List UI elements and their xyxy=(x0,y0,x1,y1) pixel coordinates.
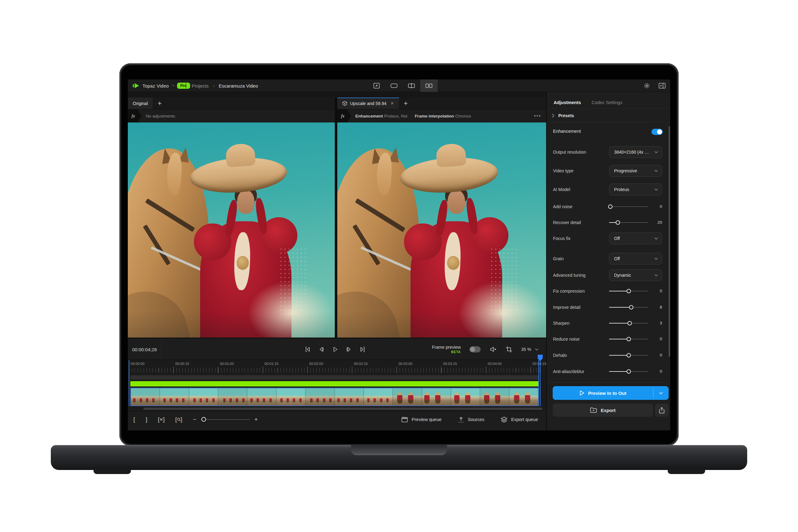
bottom-vignette xyxy=(128,312,335,338)
timeline-zoom-handle[interactable] xyxy=(202,417,206,422)
zoom-out-button[interactable]: − xyxy=(193,416,196,423)
slider-handle[interactable] xyxy=(616,220,620,225)
thumbnail-rider-figure xyxy=(256,397,259,402)
control-row-anti-alias-deblur: Anti-alias/deblur0 xyxy=(547,365,670,378)
bottom-right-queues: Preview queue Sources xyxy=(401,412,538,428)
preview-queue-label: Preview queue xyxy=(412,417,442,422)
sidebar-scrollbar[interactable] xyxy=(669,126,670,357)
export-button[interactable]: Export xyxy=(553,404,653,417)
view-mode-fit-view[interactable] xyxy=(368,79,385,92)
thumbnail-rider-figure xyxy=(176,397,178,402)
enhancement-row: Enhancement xyxy=(547,126,670,138)
view-mode-side-by-side[interactable] xyxy=(420,79,438,92)
focus-fix-dropdown[interactable]: Off xyxy=(609,232,662,244)
view-mode-split-view[interactable] xyxy=(403,79,420,92)
thumbnail-rider-figure xyxy=(140,397,142,402)
chevron-down-icon xyxy=(654,170,658,172)
tab-upscale[interactable]: Upscale and 59.94 ✕ xyxy=(337,98,399,109)
fit-view-icon xyxy=(373,82,380,89)
slider-handle[interactable] xyxy=(608,205,612,209)
add-tab-button-left[interactable]: + xyxy=(153,98,167,109)
grain-dropdown[interactable]: Off xyxy=(609,253,662,265)
control-label: Recover detail xyxy=(553,216,608,229)
thumbnail-rider-figure xyxy=(229,397,232,402)
set-out-point-button[interactable]: ] xyxy=(146,416,147,423)
skip-start-icon xyxy=(304,346,311,353)
skip-end-button[interactable] xyxy=(359,346,366,353)
timeline-scrollbar[interactable] xyxy=(144,407,543,410)
slider-handle[interactable] xyxy=(627,321,632,325)
slider-handle[interactable] xyxy=(627,353,631,358)
output-resolution-dropdown[interactable]: 3840×2160 (4x … xyxy=(609,146,662,158)
more-options-icon[interactable]: ••• xyxy=(534,113,541,119)
tab-original[interactable]: Original xyxy=(128,98,153,109)
clip-filmstrip[interactable] xyxy=(130,388,539,406)
toggle-sidebar-button[interactable] xyxy=(658,82,666,89)
export-button-label: Export xyxy=(601,407,616,413)
presets-row[interactable]: Presets xyxy=(547,109,670,122)
add-tab-button-right[interactable]: + xyxy=(399,98,413,109)
breadcrumb-projects[interactable]: Projects xyxy=(192,83,209,89)
settings-button[interactable] xyxy=(643,82,650,89)
pane-original: Original + fx No adjustments xyxy=(128,98,335,338)
control-label: Improve detail xyxy=(553,301,608,314)
transport-controls xyxy=(304,339,366,360)
play-button[interactable] xyxy=(331,346,339,353)
preview-ready-bar[interactable] xyxy=(130,381,538,386)
view-mode-single-view[interactable] xyxy=(385,79,403,92)
close-tab-icon[interactable]: ✕ xyxy=(391,101,394,106)
slider-handle[interactable] xyxy=(629,305,633,309)
control-row-advanced-tuning: Advanced tuningDynamic xyxy=(547,269,670,281)
clear-in-out-button[interactable]: [×] xyxy=(158,416,165,423)
zoom-in-button[interactable]: + xyxy=(254,416,258,423)
video-preview-enhanced[interactable] xyxy=(337,122,546,338)
export-queue-button[interactable]: Export queue xyxy=(501,416,538,423)
set-in-point-button[interactable]: [ xyxy=(133,416,135,423)
preview-options-split[interactable] xyxy=(653,388,669,397)
sources-label: Sources xyxy=(468,417,484,422)
out-point-marker[interactable] xyxy=(538,360,539,406)
frame-back-button[interactable] xyxy=(318,346,325,353)
frame-interp-summary-label: Frame interpolation xyxy=(415,114,454,118)
slider-handle[interactable] xyxy=(627,337,631,341)
brand: Topaz Video ™ Pro xyxy=(133,79,190,92)
enhancement-toggle[interactable] xyxy=(651,129,663,135)
frame-forward-button[interactable] xyxy=(345,346,353,353)
mute-button[interactable] xyxy=(489,346,497,353)
preview-track xyxy=(130,375,538,380)
tab-adjustments[interactable]: Adjustments xyxy=(554,100,581,105)
slider-handle[interactable] xyxy=(627,369,631,374)
timeline-zoom-slider[interactable] xyxy=(201,419,250,420)
control-label: Sharpen xyxy=(553,317,608,329)
ruler-tick-label: 00:02:15 xyxy=(354,362,368,365)
skip-start-button[interactable] xyxy=(304,346,311,353)
chevron-down-icon xyxy=(654,237,658,240)
timeline-ruler[interactable]: 00:00:0000:00:1500:01:0000:01:1500:02:00… xyxy=(128,360,546,375)
share-button[interactable] xyxy=(655,404,669,417)
zoom-to-selection-button[interactable]: [ ] xyxy=(175,416,182,423)
tab-codec-settings[interactable]: Codec Settings xyxy=(592,100,622,105)
ai-model-dropdown[interactable]: Proteus xyxy=(609,184,662,195)
chevron-down-icon xyxy=(654,274,658,277)
preview-queue-button[interactable]: Preview queue xyxy=(401,416,442,423)
preview-in-to-out-button[interactable]: Preview In to Out xyxy=(553,386,669,400)
video-preview-original[interactable] xyxy=(128,122,335,338)
view-mode-switcher xyxy=(368,79,438,92)
thumbnail-rider-figure xyxy=(170,397,172,402)
crop-button[interactable] xyxy=(506,346,512,353)
sidebar-footer-divider xyxy=(547,382,670,383)
thumbnail-rider-figure xyxy=(182,397,185,402)
trademark: ™ xyxy=(172,84,174,87)
advanced-tuning-dropdown[interactable]: Dynamic xyxy=(609,269,662,281)
in-point-marker[interactable] xyxy=(129,360,129,406)
playhead-line[interactable] xyxy=(540,356,540,406)
filmstrip-thumbnail xyxy=(422,388,451,405)
speaker-muted-icon xyxy=(489,346,497,353)
topaz-logo-icon xyxy=(133,83,140,89)
video-type-dropdown[interactable]: Progressive xyxy=(609,165,662,177)
zoom-level-dropdown[interactable]: 35 % xyxy=(521,347,539,352)
slider-handle[interactable] xyxy=(627,289,631,293)
clapperboard-icon xyxy=(401,416,408,423)
frame-preview-toggle[interactable] xyxy=(470,346,481,353)
sources-button[interactable]: Sources xyxy=(458,416,484,423)
